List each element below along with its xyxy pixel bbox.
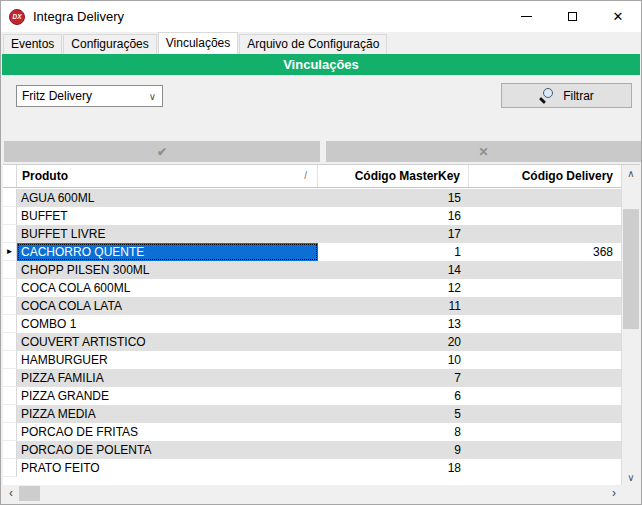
row-gutter — [3, 405, 17, 423]
close-icon: ✕ — [613, 9, 624, 24]
filter-button-label: Filtrar — [563, 89, 594, 103]
row-gutter — [3, 261, 17, 279]
vertical-scrollbar[interactable]: ∧ ∨ — [621, 165, 640, 486]
cell-produto[interactable]: PORCAO DE FRITAS — [17, 423, 318, 441]
scroll-right-icon[interactable]: › — [606, 485, 622, 502]
cell-codigo-masterkey[interactable]: 15 — [318, 189, 469, 207]
table-row[interactable]: COUVERT ARTISTICO20 — [3, 333, 621, 351]
scroll-up-icon[interactable]: ∧ — [622, 165, 640, 182]
cell-codigo-masterkey[interactable]: 1 — [318, 243, 469, 261]
row-gutter — [3, 387, 17, 405]
delivery-select[interactable]: Fritz Delivery ∨ — [16, 85, 163, 107]
maximize-icon — [568, 12, 577, 21]
table-row[interactable]: AGUA 600ML15 — [3, 189, 621, 207]
grid-body: AGUA 600ML15BUFFET16BUFFET LIVRE17►CACHO… — [3, 189, 621, 477]
table-row[interactable]: COCA COLA LATA11 — [3, 297, 621, 315]
grid-header-row: Produto / Código MasterKey Código Delive… — [3, 165, 640, 188]
cell-codigo-delivery[interactable] — [469, 189, 621, 207]
cell-produto[interactable]: HAMBURGUER — [17, 351, 318, 369]
cell-codigo-delivery[interactable] — [469, 369, 621, 387]
cell-codigo-delivery[interactable]: 368 — [469, 243, 621, 261]
cell-codigo-masterkey[interactable]: 16 — [318, 207, 469, 225]
tab-eventos[interactable]: Eventos — [3, 34, 62, 54]
column-header-codigo-masterkey[interactable]: Código MasterKey — [318, 165, 469, 187]
horizontal-scrollbar[interactable]: ‹ › — [3, 485, 622, 502]
cell-codigo-delivery[interactable] — [469, 279, 621, 297]
cell-codigo-masterkey[interactable]: 6 — [318, 387, 469, 405]
cell-produto[interactable]: PIZZA MEDIA — [17, 405, 318, 423]
column-header-codigo-delivery[interactable]: Código Delivery — [469, 165, 621, 187]
cell-codigo-delivery[interactable] — [469, 315, 621, 333]
cell-codigo-masterkey[interactable]: 7 — [318, 369, 469, 387]
row-gutter — [3, 297, 17, 315]
table-row[interactable]: PORCAO DE POLENTA9 — [3, 441, 621, 459]
cell-produto[interactable]: BUFFET LIVRE — [17, 225, 318, 243]
cell-produto[interactable]: PIZZA GRANDE — [17, 387, 318, 405]
cell-codigo-masterkey[interactable]: 11 — [318, 297, 469, 315]
table-row[interactable]: BUFFET LIVRE17 — [3, 225, 621, 243]
cell-codigo-delivery[interactable] — [469, 261, 621, 279]
cell-produto[interactable]: BUFFET — [17, 207, 318, 225]
cell-produto[interactable]: PORCAO DE POLENTA — [17, 441, 318, 459]
cell-codigo-masterkey[interactable]: 17 — [318, 225, 469, 243]
vertical-scrollbar-thumb[interactable] — [623, 209, 639, 329]
cell-codigo-masterkey[interactable]: 12 — [318, 279, 469, 297]
page-title: Vinculações — [283, 57, 359, 72]
column-header-produto[interactable]: Produto / — [17, 165, 318, 187]
row-gutter — [3, 279, 17, 297]
cell-codigo-delivery[interactable] — [469, 351, 621, 369]
table-row[interactable]: PIZZA GRANDE6 — [3, 387, 621, 405]
horizontal-scrollbar-thumb[interactable] — [19, 486, 40, 501]
cell-codigo-delivery[interactable] — [469, 387, 621, 405]
cell-produto[interactable]: CACHORRO QUENTE — [17, 243, 318, 261]
filter-button[interactable]: Filtrar — [501, 83, 632, 108]
cell-produto[interactable]: CHOPP PILSEN 300ML — [17, 261, 318, 279]
cell-codigo-delivery[interactable] — [469, 423, 621, 441]
group-header-check[interactable]: ✔ — [4, 141, 320, 162]
table-row[interactable]: BUFFET16 — [3, 207, 621, 225]
cell-codigo-delivery[interactable] — [469, 333, 621, 351]
cell-produto[interactable]: COUVERT ARTISTICO — [17, 333, 318, 351]
cell-codigo-masterkey[interactable]: 9 — [318, 441, 469, 459]
maximize-button[interactable] — [549, 1, 595, 32]
cell-codigo-masterkey[interactable]: 13 — [318, 315, 469, 333]
cell-codigo-delivery[interactable] — [469, 207, 621, 225]
scroll-left-icon[interactable]: ‹ — [3, 485, 19, 502]
cell-produto[interactable]: AGUA 600ML — [17, 189, 318, 207]
close-button[interactable]: ✕ — [595, 1, 641, 32]
cell-codigo-delivery[interactable] — [469, 459, 621, 477]
cell-codigo-delivery[interactable] — [469, 441, 621, 459]
table-row[interactable]: CHOPP PILSEN 300ML14 — [3, 261, 621, 279]
cell-codigo-masterkey[interactable]: 10 — [318, 351, 469, 369]
minimize-button[interactable] — [503, 1, 549, 32]
tab-configuracoes[interactable]: Configurações — [63, 34, 156, 54]
cell-codigo-delivery[interactable] — [469, 297, 621, 315]
table-row[interactable]: PIZZA MEDIA5 — [3, 405, 621, 423]
cell-produto[interactable]: PIZZA FAMILIA — [17, 369, 318, 387]
scroll-down-icon[interactable]: ∨ — [622, 469, 640, 486]
cell-produto[interactable]: COMBO 1 — [17, 315, 318, 333]
cell-produto[interactable]: COCA COLA LATA — [17, 297, 318, 315]
cell-codigo-masterkey[interactable]: 8 — [318, 423, 469, 441]
table-row[interactable]: HAMBURGUER10 — [3, 351, 621, 369]
cell-codigo-masterkey[interactable]: 14 — [318, 261, 469, 279]
cell-produto[interactable]: PRATO FEITO — [17, 459, 318, 477]
table-row[interactable]: COMBO 113 — [3, 315, 621, 333]
cell-codigo-delivery[interactable] — [469, 405, 621, 423]
cell-codigo-masterkey[interactable]: 5 — [318, 405, 469, 423]
table-row[interactable]: PIZZA FAMILIA7 — [3, 369, 621, 387]
table-row[interactable]: ►CACHORRO QUENTE1368 — [3, 243, 621, 261]
table-row[interactable]: COCA COLA 600ML12 — [3, 279, 621, 297]
table-row[interactable]: PRATO FEITO18 — [3, 459, 621, 477]
tab-bar: Eventos Configurações Vinculações Arquiv… — [1, 32, 641, 54]
cell-codigo-masterkey[interactable]: 18 — [318, 459, 469, 477]
cell-codigo-masterkey[interactable]: 20 — [318, 333, 469, 351]
row-gutter — [3, 315, 17, 333]
tab-arquivo-de-configuracao[interactable]: Arquivo de Configuração — [239, 34, 387, 54]
table-row[interactable]: PORCAO DE FRITAS8 — [3, 423, 621, 441]
group-header-cross[interactable]: ✕ — [326, 141, 641, 162]
cell-produto[interactable]: COCA COLA 600ML — [17, 279, 318, 297]
tab-vinculacoes[interactable]: Vinculações — [158, 32, 239, 54]
cell-codigo-delivery[interactable] — [469, 225, 621, 243]
chevron-down-icon[interactable]: ∨ — [149, 91, 162, 102]
